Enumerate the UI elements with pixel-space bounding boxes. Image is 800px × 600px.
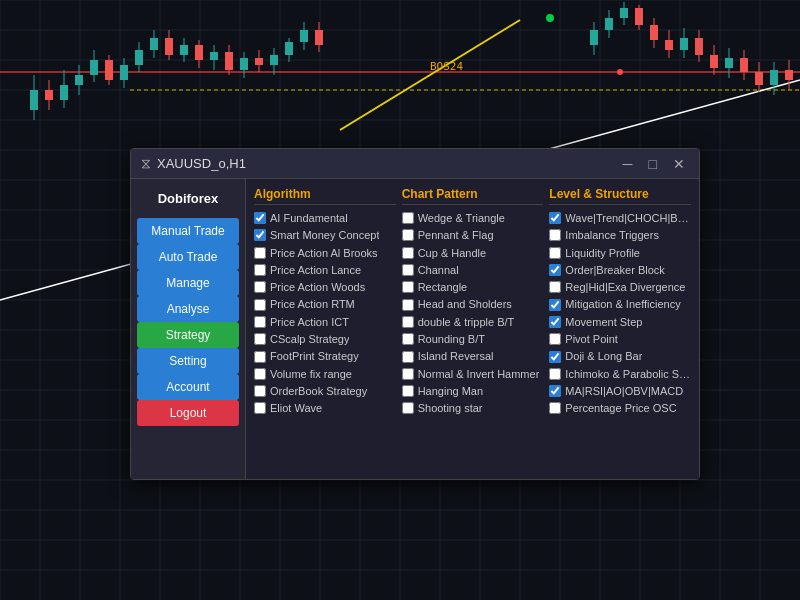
check-item: Price Action Al Brooks [254,246,396,260]
chart-pattern-items-label-4[interactable]: Rectangle [418,280,468,294]
algorithm-items-checkbox-8[interactable] [254,351,266,363]
chart-pattern-items-label-3[interactable]: Channal [418,263,459,277]
level-structure-items-checkbox-11[interactable] [549,402,561,414]
algorithm-items-checkbox-2[interactable] [254,247,266,259]
level-structure-items-label-0[interactable]: Wave|Trend|CHOCH|BOS [565,211,691,225]
chart-pattern-items-checkbox-4[interactable] [402,281,414,293]
chart-pattern-items-checkbox-7[interactable] [402,333,414,345]
account-button[interactable]: Account [137,374,239,400]
chart-pattern-items-label-10[interactable]: Hanging Man [418,384,483,398]
algorithm-items-label-5[interactable]: Price Action RTM [270,297,355,311]
chart-pattern-items-checkbox-8[interactable] [402,351,414,363]
algorithm-items: AI FundamentalSmart Money ConceptPrice A… [254,211,396,416]
chart-pattern-items-label-2[interactable]: Cup & Handle [418,246,487,260]
chart-pattern-items-checkbox-9[interactable] [402,368,414,380]
chart-pattern-items-label-11[interactable]: Shooting star [418,401,483,415]
level-structure-items-label-10[interactable]: MA|RSI|AO|OBV|MACD [565,384,683,398]
level-structure-items-label-11[interactable]: Percentage Price OSC [565,401,676,415]
level-structure-items-checkbox-0[interactable] [549,212,561,224]
check-item: Imbalance Triggers [549,228,691,242]
algorithm-items-checkbox-4[interactable] [254,281,266,293]
level-structure-items-label-1[interactable]: Imbalance Triggers [565,228,659,242]
level-structure-items-checkbox-6[interactable] [549,316,561,328]
manual-trade-button[interactable]: Manual Trade [137,218,239,244]
check-item: Smart Money Concept [254,228,396,242]
dialog-content: Dobiforex Manual TradeAuto TradeManageAn… [131,179,699,479]
chart-pattern-items-label-0[interactable]: Wedge & Triangle [418,211,505,225]
analyse-button[interactable]: Analyse [137,296,239,322]
algorithm-items-label-6[interactable]: Price Action ICT [270,315,349,329]
chart-pattern-items-label-7[interactable]: Rounding B/T [418,332,485,346]
level-structure-items-label-9[interactable]: Ichimoko & Parabolic SAR [565,367,691,381]
algorithm-items-label-2[interactable]: Price Action Al Brooks [270,246,378,260]
algorithm-items-checkbox-5[interactable] [254,299,266,311]
level-structure-items-label-5[interactable]: Mitigation & Inefficiency [565,297,680,311]
check-item: Hanging Man [402,384,544,398]
algorithm-items-checkbox-6[interactable] [254,316,266,328]
chart-pattern-items-checkbox-10[interactable] [402,385,414,397]
manage-button[interactable]: Manage [137,270,239,296]
algorithm-items-checkbox-9[interactable] [254,368,266,380]
algorithm-items-checkbox-10[interactable] [254,385,266,397]
check-item: Price Action Lance [254,263,396,277]
level-structure-items-checkbox-3[interactable] [549,264,561,276]
auto-trade-button[interactable]: Auto Trade [137,244,239,270]
check-item: Head and Sholders [402,297,544,311]
algorithm-items-label-9[interactable]: Volume fix range [270,367,352,381]
algorithm-items-label-3[interactable]: Price Action Lance [270,263,361,277]
chart-pattern-header: Chart Pattern [402,187,544,205]
check-item: Price Action Woods [254,280,396,294]
chart-pattern-items-checkbox-0[interactable] [402,212,414,224]
chart-pattern-items-label-8[interactable]: Island Reversal [418,349,494,363]
level-structure-items-checkbox-4[interactable] [549,281,561,293]
level-structure-items-checkbox-8[interactable] [549,351,561,363]
check-item: Eliot Wave [254,401,396,415]
algorithm-items-label-4[interactable]: Price Action Woods [270,280,365,294]
level-structure-items-label-8[interactable]: Doji & Long Bar [565,349,642,363]
level-structure-items-label-3[interactable]: Order|Breaker Block [565,263,664,277]
level-structure-items-checkbox-10[interactable] [549,385,561,397]
check-item: Order|Breaker Block [549,263,691,277]
strategy-button[interactable]: Strategy [137,322,239,348]
chart-pattern-items-checkbox-3[interactable] [402,264,414,276]
check-item: Price Action ICT [254,315,396,329]
chart-pattern-items-checkbox-11[interactable] [402,402,414,414]
algorithm-items-checkbox-3[interactable] [254,264,266,276]
level-structure-items-label-4[interactable]: Reg|Hid|Exa Divergence [565,280,685,294]
maximize-button[interactable]: □ [645,157,661,171]
level-structure-items-label-6[interactable]: Movement Step [565,315,642,329]
chart-pattern-items-label-9[interactable]: Normal & Invert Hammer [418,367,540,381]
chart-pattern-items-checkbox-2[interactable] [402,247,414,259]
check-item: Liquidity Profile [549,246,691,260]
level-structure-items-label-7[interactable]: Pivot Point [565,332,618,346]
setting-button[interactable]: Setting [137,348,239,374]
strategy-dialog: ⧖ XAUUSD_o,H1 ─ □ ✕ Dobiforex Manual Tra… [130,148,700,480]
level-structure-items-label-2[interactable]: Liquidity Profile [565,246,640,260]
close-button[interactable]: ✕ [669,157,689,171]
algorithm-items-checkbox-1[interactable] [254,229,266,241]
chart-pattern-items-label-1[interactable]: Pennant & Flag [418,228,494,242]
chart-pattern-items-checkbox-6[interactable] [402,316,414,328]
chart-pattern-items-checkbox-5[interactable] [402,299,414,311]
algorithm-items-label-8[interactable]: FootPrint Strategy [270,349,359,363]
level-structure-items-checkbox-9[interactable] [549,368,561,380]
check-item: Island Reversal [402,349,544,363]
chart-pattern-items-label-5[interactable]: Head and Sholders [418,297,512,311]
chart-pattern-items-checkbox-1[interactable] [402,229,414,241]
level-structure-items-checkbox-1[interactable] [549,229,561,241]
algorithm-items-label-10[interactable]: OrderBook Strategy [270,384,367,398]
algorithm-items-label-1[interactable]: Smart Money Concept [270,228,379,242]
algorithm-items-checkbox-7[interactable] [254,333,266,345]
chart-pattern-items-label-6[interactable]: double & tripple B/T [418,315,515,329]
algorithm-items-label-11[interactable]: Eliot Wave [270,401,322,415]
algorithm-items-label-7[interactable]: CScalp Strategy [270,332,349,346]
algorithm-items-label-0[interactable]: AI Fundamental [270,211,348,225]
check-item: Volume fix range [254,367,396,381]
minimize-button[interactable]: ─ [619,157,637,171]
algorithm-items-checkbox-11[interactable] [254,402,266,414]
level-structure-items-checkbox-2[interactable] [549,247,561,259]
level-structure-items-checkbox-5[interactable] [549,299,561,311]
logout-button[interactable]: Logout [137,400,239,426]
algorithm-items-checkbox-0[interactable] [254,212,266,224]
level-structure-items-checkbox-7[interactable] [549,333,561,345]
